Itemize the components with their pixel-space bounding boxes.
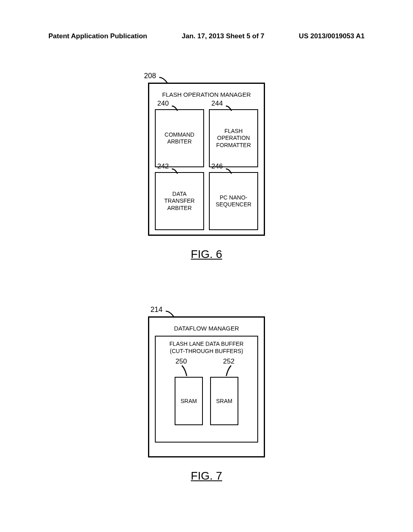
command-arbiter-wrapper: 240 COMMAND ARBITER xyxy=(155,101,204,159)
ref-252: 252 xyxy=(223,357,234,366)
fig6-grid: 240 COMMAND ARBITER 244 FLASH OPERATION … xyxy=(155,101,258,222)
header-center: Jan. 17, 2013 Sheet 5 of 7 xyxy=(182,32,265,40)
fig6-ref-208: 208 xyxy=(144,72,156,80)
data-transfer-arbiter-wrapper: 242 DATA TRANSFER ARBITER xyxy=(155,164,204,222)
flash-operation-formatter-wrapper: 244 FLASH OPERATION FORMATTER xyxy=(209,101,258,159)
data-transfer-arbiter-label: DATA TRANSFER ARBITER xyxy=(164,191,194,212)
sram-right-box: SRAM xyxy=(210,377,238,425)
sram-left-label: SRAM xyxy=(181,398,197,404)
leader-line-icon xyxy=(172,168,183,175)
sram-row: 250 SRAM 252 SRA xyxy=(159,377,254,425)
figure-7-container: 214 DATAFLOW MANAGER FLASH LANE DATA BUF… xyxy=(148,306,265,482)
leader-line-icon xyxy=(226,168,237,175)
fig7-title: DATAFLOW MANAGER xyxy=(155,325,258,332)
header-left: Patent Application Publication xyxy=(48,32,147,40)
pc-nano-sequencer-label: PC NANO- SEQUENCER xyxy=(216,194,252,208)
dataflow-manager-box: DATAFLOW MANAGER FLASH LANE DATA BUFFER … xyxy=(148,316,265,457)
sram-left-wrapper: 250 SRAM xyxy=(175,377,203,425)
sram-right-wrapper: 252 SRAM xyxy=(210,377,238,425)
ref-250: 250 xyxy=(175,357,187,366)
data-transfer-arbiter-box: DATA TRANSFER ARBITER xyxy=(155,172,204,230)
command-arbiter-box: COMMAND ARBITER xyxy=(155,109,204,167)
leader-line-icon xyxy=(224,366,234,377)
buffer-title: FLASH LANE DATA BUFFER (CUT-THROUGH BUFF… xyxy=(159,341,254,355)
fig7-ref-214: 214 xyxy=(150,305,163,314)
figure-6-container: 208 FLASH OPERATION MANAGER 240 COMMAND … xyxy=(148,73,265,261)
ref-242: 242 xyxy=(157,162,169,170)
flash-operation-formatter-box: FLASH OPERATION FORMATTER xyxy=(209,109,258,167)
fig6-caption: FIG. 6 xyxy=(148,248,265,261)
leader-line-icon xyxy=(172,105,183,112)
pc-nano-sequencer-wrapper: 246 PC NANO- SEQUENCER xyxy=(209,164,258,222)
flash-operation-formatter-label: FLASH OPERATION FORMATTER xyxy=(216,128,251,149)
fig7-caption: FIG. 7 xyxy=(148,470,265,482)
sram-right-label: SRAM xyxy=(216,398,232,404)
pc-nano-sequencer-box: PC NANO- SEQUENCER xyxy=(209,172,258,230)
flash-lane-data-buffer-box: FLASH LANE DATA BUFFER (CUT-THROUGH BUFF… xyxy=(155,336,258,443)
sram-left-box: SRAM xyxy=(175,377,203,425)
leader-line-icon xyxy=(226,105,237,112)
fig6-title: FLASH OPERATION MANAGER xyxy=(155,91,258,98)
ref-244: 244 xyxy=(211,100,223,108)
flash-operation-manager-box: FLASH OPERATION MANAGER 240 COMMAND ARBI… xyxy=(148,83,265,236)
ref-246: 246 xyxy=(211,162,223,170)
header-right: US 2013/0019053 A1 xyxy=(299,32,365,40)
page-header: Patent Application Publication Jan. 17, … xyxy=(0,32,413,40)
ref-240: 240 xyxy=(157,100,169,108)
leader-line-icon xyxy=(180,366,190,377)
command-arbiter-label: COMMAND ARBITER xyxy=(165,131,194,145)
